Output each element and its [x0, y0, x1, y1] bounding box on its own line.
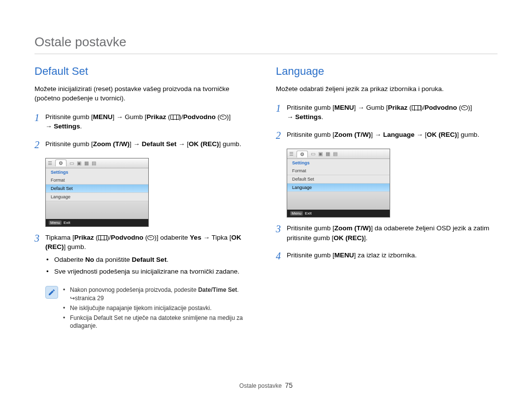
lcd-item-language: Language	[287, 184, 390, 192]
step-1-right: 1 Pritisnite gumb [MENU] Gumb [Prikaz ()…	[276, 103, 498, 122]
footer-label: Ostale postavke	[239, 382, 282, 389]
heading-language: Language	[276, 65, 498, 78]
lcd-menu-header: Settings	[287, 159, 390, 167]
tab-active-icon: ⚙	[297, 151, 308, 157]
text: Gumb [	[365, 104, 388, 111]
step-number: 1	[34, 112, 45, 131]
step-number: 2	[34, 139, 45, 150]
arrow-icon	[375, 131, 382, 138]
arrow-icon	[203, 234, 210, 241]
step-4-right: 4 Pritisnite gumb [MENU] za izlaz iz izb…	[276, 250, 498, 261]
text-bold: Prikaz	[147, 113, 166, 121]
tab-active-icon: ⚙	[55, 159, 66, 166]
tab-icon: ▦	[326, 151, 330, 156]
text-bold: OK (REC)	[427, 131, 457, 138]
arrow-icon	[416, 131, 423, 138]
lcd-menu-btn: Menu	[49, 220, 62, 225]
text: ]	[130, 140, 133, 148]
arrow-icon	[133, 140, 140, 148]
sub-bullet: Sve vrijednosti podešenja su inicijalizi…	[46, 267, 256, 277]
display-icon	[170, 115, 179, 120]
tab-icon: ▤	[92, 160, 96, 166]
lcd-item-default-set: Default Set	[287, 175, 390, 184]
text: )]	[227, 113, 231, 121]
text: Pritisnite gumb [	[287, 224, 334, 232]
intro-language: Možete odabrati željeni jezik za prikaz …	[276, 85, 498, 94]
page-ref-icon	[70, 295, 75, 302]
tab-icon: ☰	[289, 151, 294, 156]
text-bold: Podvodno	[111, 234, 143, 241]
lcd-tabs: ☰ ⚙ ▭ ▣ ▦ ▤	[46, 158, 148, 168]
lcd-exit-label: Exit	[305, 211, 311, 216]
tab-icon: ▦	[84, 160, 89, 166]
text-bold: MENU	[334, 251, 354, 259]
lcd-screenshot-language: ☰ ⚙ ▭ ▣ ▦ ▤ Settings Format Default Set …	[287, 149, 390, 218]
text-bold: Language	[383, 131, 415, 138]
text: .	[166, 256, 168, 263]
text: (	[216, 113, 220, 121]
note-item: Ne isključujte napajanje tijekom inicija…	[63, 304, 256, 312]
note-icon	[45, 286, 58, 299]
text-bold: OK (REC)	[333, 234, 364, 242]
text: Pritisnite gumb [	[45, 113, 93, 121]
text: ].	[364, 234, 368, 242]
tab-icon: ▭	[311, 151, 315, 156]
lcd-item-language: Language	[46, 193, 148, 201]
page-title: Ostale postavke	[34, 34, 498, 54]
tab-icon: ▣	[77, 160, 81, 166]
text: Tipkama [	[45, 234, 74, 241]
text-bold: Default Set	[142, 140, 177, 148]
note-item: Funkcija Default Set ne utječe na datote…	[63, 314, 256, 331]
text-bold: Podvodno	[425, 104, 457, 111]
text-bold: Yes	[190, 234, 201, 241]
page-footer: Ostale postavke 75	[0, 381, 532, 389]
page-number: 75	[285, 381, 293, 389]
step-1-left: 1 Pritisnite gumb [MENU] Gumb [Prikaz ()…	[34, 112, 256, 131]
text-bold: Settings	[295, 113, 321, 121]
lcd-exit-label: Exit	[64, 220, 70, 225]
underwater-icon	[147, 235, 154, 240]
underwater-icon	[220, 115, 227, 120]
step-3-right: 3 Pritisnite gumb [Zoom (T/W)] da odaber…	[276, 223, 498, 243]
text: ] gumb.	[457, 131, 479, 138]
text: Sve vrijednosti podešenja su inicijalizi…	[54, 267, 239, 277]
text: .	[80, 123, 82, 130]
lcd-menu-btn: Menu	[290, 211, 303, 216]
tab-icon: ☰	[48, 160, 52, 166]
arrow-icon	[116, 113, 123, 121]
sub-bullet: Odaberite No da poništite Default Set.	[46, 255, 256, 265]
lcd-item-format: Format	[287, 167, 390, 175]
text: (	[94, 234, 98, 241]
text: .	[322, 113, 324, 121]
text: )] odaberite	[154, 234, 190, 241]
lcd-item-default-set: Default Set	[46, 185, 148, 193]
tab-icon: ▣	[318, 151, 323, 156]
step-number: 4	[276, 250, 287, 261]
text-bold: Zoom (T/W)	[334, 131, 371, 138]
step-number: 1	[276, 103, 287, 122]
lcd-footer: MenuExit	[46, 219, 148, 226]
text-bold: Zoom (T/W)	[93, 140, 130, 148]
text-bold: Default Set	[132, 256, 167, 263]
column-language: Language Možete odabrati željeni jezik z…	[276, 65, 498, 332]
heading-default-set: Default Set	[34, 65, 256, 78]
lcd-screenshot-default-set: ☰ ⚙ ▭ ▣ ▦ ▤ Settings Format Default Set …	[45, 158, 149, 227]
lcd-footer: MenuExit	[287, 210, 390, 217]
display-icon	[98, 235, 107, 240]
text: ]	[371, 131, 375, 138]
text: (	[143, 234, 147, 241]
tab-icon: ▭	[69, 160, 74, 166]
lcd-tabs: ☰ ⚙ ▭ ▣ ▦ ▤	[287, 149, 390, 159]
text: ] gumb.	[219, 140, 241, 148]
arrow-icon	[178, 140, 185, 148]
text-bold: Podvodno	[183, 113, 216, 121]
text: Odaberite	[54, 256, 85, 263]
text: )]	[468, 104, 472, 111]
page-ref: stranica 29	[75, 295, 104, 302]
text: Tipka [	[210, 234, 232, 241]
btn-menu: MENU	[334, 104, 354, 111]
text-bold: Prikaz	[388, 104, 408, 111]
text: Funkcija Default Set ne utječe na datote…	[70, 314, 256, 331]
step-number: 3	[276, 223, 287, 243]
text: Pritisnite gumb [	[287, 131, 334, 138]
